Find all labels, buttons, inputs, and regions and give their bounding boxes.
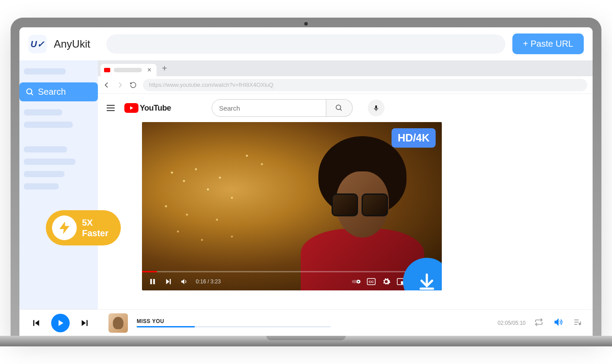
tab-title-placeholder	[114, 68, 142, 72]
play-button[interactable]	[51, 314, 70, 332]
browser-tab[interactable]: ×	[101, 64, 157, 76]
pause-button[interactable]	[148, 278, 157, 286]
svg-marker-23	[59, 320, 63, 326]
microphone-icon	[373, 104, 380, 111]
bolt-icon	[57, 220, 72, 235]
track-thumbnail	[108, 313, 128, 333]
track-progress-bar[interactable]	[137, 326, 331, 327]
search-icon	[335, 104, 343, 112]
sidebar-search-label: Search	[38, 87, 66, 97]
sidebar-item-placeholder	[24, 68, 66, 74]
autoplay-toggle[interactable]	[352, 279, 361, 285]
youtube-favicon-icon	[104, 68, 110, 72]
video-subject	[301, 132, 424, 290]
settings-button[interactable]	[382, 277, 391, 286]
youtube-logo[interactable]: YouTube	[124, 103, 171, 113]
volume-icon	[554, 318, 563, 327]
hd-4k-badge: HD/4K	[392, 128, 436, 148]
browser-tabbar: × +	[98, 60, 593, 76]
svg-rect-5	[375, 105, 377, 109]
youtube-search-button[interactable]	[326, 99, 353, 117]
address-field[interactable]: https://www.youtube.com/watch?v=fHI8X4OX…	[143, 79, 587, 91]
sidebar: Search 5X Faster	[19, 60, 98, 309]
video-controls-bar: 0:16 / 3:23 CC	[142, 271, 442, 290]
repeat-button[interactable]	[534, 318, 543, 328]
svg-point-0	[27, 89, 32, 94]
youtube-header: YouTube	[98, 94, 593, 122]
video-time: 0:16 / 3:23	[196, 279, 221, 285]
sidebar-item-placeholder	[24, 146, 67, 152]
search-icon	[26, 88, 34, 97]
gear-icon	[382, 277, 391, 286]
svg-point-3	[336, 105, 341, 110]
app-header: U✓ AnyUkit + Paste URL	[19, 27, 593, 60]
hamburger-menu-icon[interactable]	[107, 105, 115, 111]
svg-marker-2	[130, 106, 133, 110]
svg-marker-26	[555, 319, 559, 325]
youtube-brand-text: YouTube	[140, 104, 171, 113]
repeat-icon	[534, 318, 543, 327]
back-icon[interactable]	[103, 82, 110, 89]
svg-line-4	[340, 109, 342, 111]
app-name: AnyUkit	[54, 38, 90, 50]
laptop-camera	[304, 22, 308, 26]
bottom-player: MISS YOU 02:05/05:10	[19, 309, 593, 336]
url-input[interactable]	[106, 34, 505, 54]
svg-text:CC: CC	[369, 280, 374, 284]
bolt-icon-circle	[52, 215, 77, 240]
paste-url-button[interactable]: + Paste URL	[512, 33, 584, 54]
svg-line-1	[31, 93, 33, 95]
playlist-icon	[573, 318, 582, 327]
captions-button[interactable]: CC	[367, 278, 376, 285]
speed-badge: 5X Faster	[46, 210, 121, 245]
browser-content: × + https://www.youtube.com/watch?v=fHI8…	[98, 60, 593, 309]
track-title: MISS YOU	[137, 318, 489, 324]
video-area: HD/4K 0:16 / 3:23	[98, 122, 593, 309]
svg-rect-25	[86, 320, 88, 326]
speed-multiplier: 5X	[82, 217, 108, 228]
svg-rect-6	[150, 279, 152, 284]
sidebar-item-placeholder	[24, 159, 75, 165]
volume-button[interactable]	[180, 278, 189, 286]
tab-close-button[interactable]: ×	[146, 66, 153, 74]
sidebar-search-button[interactable]: Search	[19, 82, 98, 101]
address-url-text: https://www.youtube.com/watch?v=fHI8X4OX…	[149, 82, 273, 88]
speed-label: Faster	[82, 228, 108, 238]
track-time: 02:05/05:10	[498, 320, 526, 326]
video-progress-bar[interactable]	[142, 271, 442, 272]
reload-icon[interactable]	[130, 82, 137, 89]
download-icon	[416, 271, 437, 290]
svg-rect-7	[153, 279, 155, 284]
youtube-voice-search-button[interactable]	[368, 100, 384, 116]
track-progress-fill	[137, 326, 195, 327]
svg-marker-24	[82, 320, 86, 326]
video-progress-fill	[142, 271, 157, 272]
svg-rect-21	[33, 320, 34, 326]
youtube-search-input[interactable]	[212, 99, 326, 117]
playlist-button[interactable]	[573, 318, 582, 328]
sidebar-item-placeholder	[24, 171, 64, 177]
forward-icon	[116, 82, 123, 89]
volume-button[interactable]	[554, 318, 563, 328]
next-track-button[interactable]	[78, 317, 91, 329]
svg-rect-9	[170, 279, 171, 284]
video-player[interactable]: HD/4K 0:16 / 3:23	[142, 122, 442, 290]
sidebar-item-placeholder	[24, 109, 62, 115]
app-logo-text: U✓	[30, 39, 44, 49]
previous-track-button[interactable]	[30, 317, 42, 329]
youtube-play-icon	[124, 103, 138, 113]
next-video-button[interactable]	[164, 278, 173, 286]
svg-marker-8	[166, 279, 170, 284]
app-logo: U✓	[28, 35, 47, 53]
sidebar-item-placeholder	[24, 122, 73, 128]
browser-address-bar: https://www.youtube.com/watch?v=fHI8X4OX…	[98, 76, 593, 94]
sidebar-item-placeholder	[24, 183, 59, 189]
new-tab-button[interactable]: +	[157, 63, 172, 74]
svg-marker-22	[35, 320, 39, 326]
svg-marker-10	[181, 279, 184, 284]
